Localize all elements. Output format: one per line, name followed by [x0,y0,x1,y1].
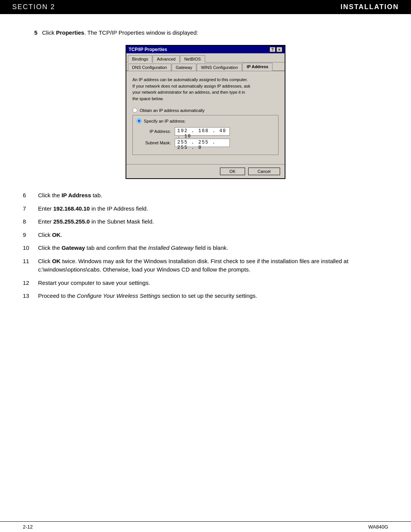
tab-bindings[interactable]: Bindings [128,55,152,62]
model-number: WA840G [368,524,388,530]
tcpip-dialog: TCP/IP Properties ? × Bindings Advanced … [126,45,285,179]
step-text-11: Click OK twice. Windows may ask for the … [38,257,388,274]
step5-intro: 5 Click Properties. The TCP/IP Propertie… [34,29,388,36]
step-item-10: 10 Click the Gateway tab and confirm tha… [23,244,388,252]
radio-auto[interactable] [132,108,137,113]
dialog-title: TCP/IP Properties [129,47,167,52]
ip-address-input[interactable]: 192 . 168 . 40 . 10 [175,127,230,136]
dialog-screenshot: TCP/IP Properties ? × Bindings Advanced … [23,45,388,179]
step5-bold: Properties [56,29,84,36]
subnet-mask-input[interactable]: 255 . 255 . 255 . 0 [175,139,230,147]
step-item-7: 7 Enter 192.168.40.10 in the IP Address … [23,204,388,213]
step5-number: 5 [34,29,37,36]
section-label: SECTION 2 [12,3,55,11]
tab-row-top: Bindings Advanced NetBIOS [126,53,285,62]
title-buttons: ? × [269,47,282,52]
tab-advanced[interactable]: Advanced [153,55,180,62]
dialog-footer: OK Cancel [126,164,285,178]
cancel-button[interactable]: Cancel [248,168,280,175]
step-num-12: 12 [23,279,38,288]
step-num-11: 11 [23,257,38,274]
tab-wins[interactable]: WINS Configuration [197,64,242,71]
step-item-9: 9 Click OK. [23,231,388,240]
installation-label: INSTALLATION [341,3,399,11]
step-item-8: 8 Enter 255.255.255.0 in the Subnet Mask… [23,217,388,226]
step-text-6: Click the IP Address tab. [38,191,388,200]
tab-container: Bindings Advanced NetBIOS DNS Configurat… [126,53,285,71]
step-item-12: 12 Restart your computer to save your se… [23,279,388,288]
tab-row-bottom: DNS Configuration Gateway WINS Configura… [126,62,285,71]
step-text-9: Click OK. [38,231,388,240]
tab-ipaddress[interactable]: IP Address [242,63,272,71]
dialog-body: An IP address can be automatically assig… [126,71,285,164]
subnet-mask-label: Subnet Mask: [137,141,171,145]
tab-gateway[interactable]: Gateway [172,64,196,71]
step-item-11: 11 Click OK twice. Windows may ask for t… [23,257,388,274]
radio-specify-label: Specify an IP address: [144,119,186,123]
ip-address-row: IP Address: 192 . 168 . 40 . 10 [137,127,274,136]
radio-auto-label: Obtain an IP address automatically [140,108,204,113]
step-text-7: Enter 192.168.40.10 in the IP Address fi… [38,204,388,213]
radio-group: Obtain an IP address automatically Speci… [132,108,279,155]
close-button[interactable]: × [276,47,282,52]
step-num-8: 8 [23,217,38,226]
ip-address-label: IP Address: [137,129,171,134]
step-text-13: Proceed to the Configure Your Wireless S… [38,292,388,300]
step-text-12: Restart your computer to save your setti… [38,279,388,288]
step-num-7: 7 [23,204,38,213]
radio-specify[interactable] [137,118,142,123]
page-number: 2-12 [23,524,33,530]
step-num-9: 9 [23,231,38,240]
main-content: 5 Click Properties. The TCP/IP Propertie… [0,14,411,328]
tab-netbios[interactable]: NetBIOS [180,55,205,62]
step-num-13: 13 [23,292,38,300]
page-footer: 2-12 WA840G [0,521,411,532]
page-header: SECTION 2 INSTALLATION [0,0,411,14]
step-text-8: Enter 255.255.255.0 in the Subnet Mask f… [38,217,388,226]
ok-button[interactable]: OK [220,168,245,175]
radio-specify-item: Specify an IP address: [137,118,274,123]
step-text-10: Click the Gateway tab and confirm that t… [38,244,388,252]
step-item-13: 13 Proceed to the Configure Your Wireles… [23,292,388,300]
step5-text-after: . The TCP/IP Properties window is displa… [84,29,198,36]
help-button[interactable]: ? [269,47,276,52]
dialog-titlebar: TCP/IP Properties ? × [126,46,285,53]
step-num-6: 6 [23,191,38,200]
specify-box: Specify an IP address: IP Address: 192 .… [132,115,279,155]
tab-dns[interactable]: DNS Configuration [128,64,171,71]
steps-list: 6 Click the IP Address tab. 7 Enter 192.… [23,191,388,300]
dialog-description: An IP address can be automatically assig… [132,77,279,102]
radio-auto-item: Obtain an IP address automatically [132,108,279,113]
step-item-6: 6 Click the IP Address tab. [23,191,388,200]
subnet-mask-row: Subnet Mask: 255 . 255 . 255 . 0 [137,139,274,147]
step5-text-before: Click [42,29,56,36]
step-num-10: 10 [23,244,38,252]
